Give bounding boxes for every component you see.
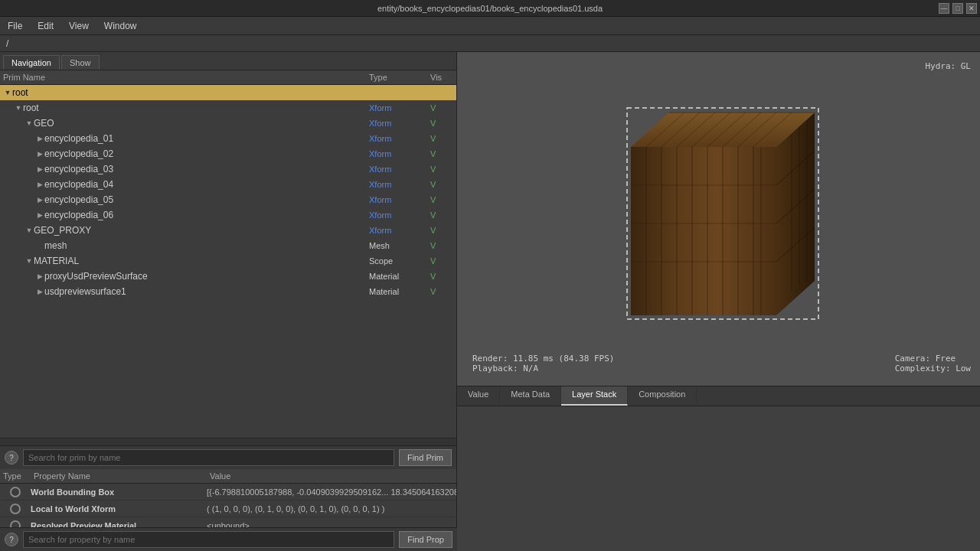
maximize-button[interactable]: □ [952,3,963,14]
prim-type-label: Xform [369,134,391,143]
menu-file[interactable]: File [5,19,25,33]
right-properties-panel: Value Meta Data Layer Stack Composition [457,386,980,551]
right-panel: Hydra: GL Render: 11.85 ms (84.38 FPS) P… [457,52,980,551]
col-prim-name: Prim Name [3,73,369,82]
prop-col-value: Value [210,471,453,481]
property-name-label: Local to World Xform [31,504,207,514]
prim-vis-label: V [430,272,453,281]
tab-value[interactable]: Value [457,386,500,406]
find-prop-button[interactable]: Find Prop [399,531,452,548]
search-property-input[interactable] [23,531,394,548]
hydra-label: Hydra: GL [925,61,971,71]
tree-row[interactable]: ▶usdpreviewsurface1MaterialV [0,284,456,299]
camera-info: Camera: Free Complexity: Low [895,354,971,373]
prim-name-label: encyclopedia_05 [44,194,113,205]
prim-type-label: Mesh [369,241,390,250]
tree-row[interactable]: ▼root [0,85,456,100]
prim-vis-label: V [430,149,453,158]
prim-type-label: Material [369,287,399,296]
prop-header: Type Property Name Value [0,469,456,484]
tree-row[interactable]: ▶encyclopedia_01XformV [0,131,456,146]
prim-name-label: root [12,87,28,98]
find-prim-button[interactable]: Find Prim [399,449,452,466]
prim-vis-label: V [430,256,453,266]
window-title: entity/books_encyclopedias01/books_encyc… [377,4,603,13]
close-button[interactable]: ✕ [966,3,977,14]
tree-row[interactable]: ▶encyclopedia_06XformV [0,207,456,223]
tree-row[interactable]: ▶proxyUsdPreviewSurfaceMaterialV [0,269,456,284]
tree-arrow-icon[interactable]: ▼ [3,89,12,96]
tab-navigation[interactable]: Navigation [3,55,60,70]
prop-col-name: Property Name [34,471,210,481]
prim-vis-label: V [430,119,453,128]
title-bar: entity/books_encyclopedias01/books_encyc… [0,0,980,17]
tree-row[interactable]: ▼MATERIALScopeV [0,253,456,269]
property-row[interactable]: Local to World Xform( (1, 0, 0, 0), (0, … [0,500,456,517]
property-value-label: [{-6.798810005187988, -0.040903992950916… [207,487,456,497]
prim-name-label: encyclopedia_03 [44,164,113,174]
main-area: Navigation Show Prim Name Type Vis ▼root… [0,52,980,551]
prim-vis-label: V [430,195,453,204]
tree-arrow-icon[interactable]: ▶ [35,288,44,295]
prim-vis-label: V [430,180,453,189]
prop-help-button[interactable]: ? [5,533,18,546]
tree-arrow-icon[interactable]: ▼ [24,119,34,127]
prim-tree[interactable]: ▼root▼rootXformV▼GEOXformV▶encyclopedia_… [0,85,456,438]
window-controls[interactable]: — □ ✕ [939,3,977,14]
right-tabs: Value Meta Data Layer Stack Composition [457,386,980,406]
tree-arrow-icon[interactable]: ▼ [14,104,23,112]
tree-row[interactable]: ▼GEO_PROXYXformV [0,223,456,238]
tree-arrow-icon[interactable]: ▶ [35,135,44,142]
tree-row[interactable]: ▶encyclopedia_02XformV [0,146,456,161]
prim-vis-label: V [430,165,453,174]
tree-row[interactable]: meshMeshV [0,238,456,253]
tree-row[interactable]: ▼GEOXformV [0,116,456,131]
breadcrumb-path: / [6,38,8,49]
tree-arrow-icon[interactable]: ▶ [35,181,44,188]
tree-header: Prim Name Type Vis [0,70,456,85]
prim-help-button[interactable]: ? [5,451,18,465]
tree-arrow-icon[interactable]: ▶ [35,165,44,173]
tree-arrow-icon[interactable]: ▶ [35,272,44,280]
search-prim-input[interactable] [23,449,394,466]
prim-name-label: GEO [34,118,54,129]
prim-type-label: Xform [369,149,391,158]
prim-vis-label: V [430,210,453,220]
tree-arrow-icon[interactable]: ▶ [35,150,44,158]
menu-window[interactable]: Window [101,19,140,33]
prim-vis-label: V [430,103,453,112]
tree-row[interactable]: ▶encyclopedia_05XformV [0,192,456,207]
tree-row[interactable]: ▼rootXformV [0,100,456,116]
tree-arrow-icon[interactable]: ▼ [24,227,34,234]
tree-row[interactable]: ▶encyclopedia_04XformV [0,177,456,192]
playback-line: Playback: N/A [472,364,538,373]
prop-col-type: Type [3,471,34,481]
prim-name-label: encyclopedia_02 [44,148,113,159]
tree-hscroll[interactable] [0,438,456,445]
tree-row[interactable]: ▶encyclopedia_03XformV [0,161,456,177]
viewport[interactable]: Hydra: GL Render: 11.85 ms (84.38 FPS) P… [457,52,980,386]
tree-arrow-icon[interactable]: ▶ [35,211,44,219]
tree-arrow-icon[interactable]: ▶ [35,196,44,204]
nav-tabs: Navigation Show [0,52,456,70]
prim-type-label: Xform [369,226,391,235]
right-tab-content [457,406,980,551]
prim-type-label: Xform [369,119,391,128]
prim-name-label: root [23,103,39,113]
tab-meta-data[interactable]: Meta Data [500,386,561,406]
prim-name-label: GEO_PROXY [34,225,91,236]
menu-edit[interactable]: Edit [34,19,57,33]
svg-marker-13 [776,112,815,315]
minimize-button[interactable]: — [939,3,949,14]
tab-composition[interactable]: Composition [628,386,697,406]
property-row[interactable]: World Bounding Box[{-6.798810005187988, … [0,484,456,500]
svg-marker-0 [631,147,776,315]
tab-show[interactable]: Show [61,55,100,70]
property-name-label: World Bounding Box [31,487,207,497]
tree-arrow-icon[interactable]: ▼ [24,257,34,265]
property-type-icon [10,487,21,497]
prim-type-label: Xform [369,165,391,174]
menu-view[interactable]: View [66,19,92,33]
tab-layer-stack[interactable]: Layer Stack [561,386,628,406]
prim-name-label: proxyUsdPreviewSurface [44,271,148,282]
